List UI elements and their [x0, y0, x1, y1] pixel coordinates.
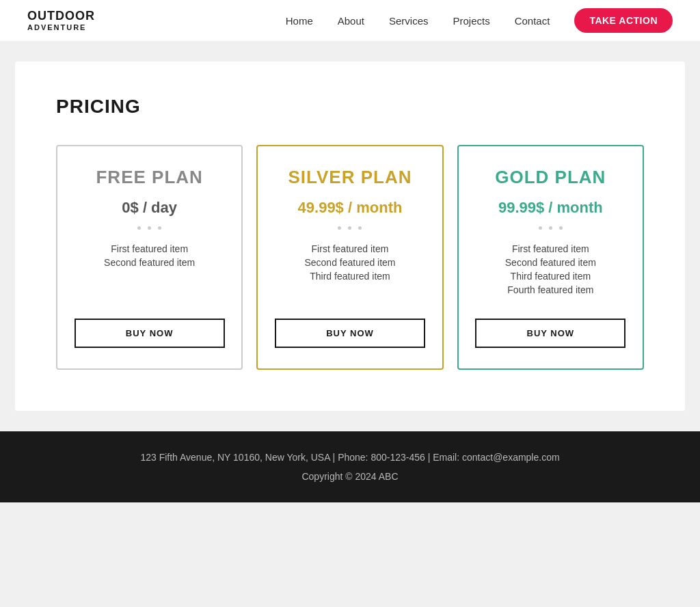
buy-now-button-silver[interactable]: BUY NOW: [275, 319, 425, 348]
plan-dots-free: [137, 226, 161, 230]
dot: [358, 226, 362, 230]
plan-dots-silver: [338, 226, 362, 230]
plan-features-free: First featured item Second featured item: [104, 243, 195, 298]
plan-price-free: 0$ / day: [122, 199, 177, 217]
nav-about[interactable]: About: [338, 15, 364, 27]
dot: [539, 226, 542, 230]
plan-card-silver: SILVER PLAN 49.99$ / month First feature…: [256, 145, 443, 370]
feature-item: Second featured item: [104, 257, 195, 268]
buy-now-button-free[interactable]: BUY NOW: [75, 319, 225, 348]
plan-features-gold: First featured item Second featured item…: [505, 243, 596, 298]
feature-item: First featured item: [505, 243, 596, 254]
dot: [559, 226, 563, 230]
nav-services[interactable]: Services: [389, 15, 429, 27]
dot: [148, 226, 151, 230]
logo-line2: ADVENTURE: [27, 23, 95, 31]
footer-address: 123 Fifth Avenue, NY 10160, New York, US…: [14, 452, 686, 463]
take-action-button[interactable]: TAKE ACTION: [574, 8, 673, 33]
dot: [348, 226, 351, 230]
feature-item: First featured item: [104, 243, 195, 254]
plan-name-free: FREE PLAN: [96, 167, 202, 188]
dot: [549, 226, 552, 230]
logo: OUTDOOR ADVENTURE: [27, 10, 95, 31]
plan-name-gold: GOLD PLAN: [495, 167, 606, 188]
pricing-title: PRICING: [56, 96, 644, 118]
plan-price-gold: 99.99$ / month: [498, 199, 603, 217]
plan-dots-gold: [539, 226, 563, 230]
plan-name-silver: SILVER PLAN: [288, 167, 412, 188]
buy-now-button-gold[interactable]: BUY NOW: [475, 319, 625, 348]
plan-card-gold: GOLD PLAN 99.99$ / month First featured …: [457, 145, 644, 370]
dot: [137, 226, 141, 230]
plan-features-silver: First featured item Second featured item…: [304, 243, 395, 298]
pricing-cards-grid: FREE PLAN 0$ / day First featured item S…: [56, 145, 644, 370]
feature-item: Third featured item: [304, 271, 395, 282]
logo-line1: OUTDOOR: [27, 10, 95, 23]
footer: 123 Fifth Avenue, NY 10160, New York, US…: [0, 431, 700, 502]
feature-item: Third featured item: [505, 271, 596, 282]
dot: [158, 226, 161, 230]
feature-item: First featured item: [304, 243, 395, 254]
plan-card-free: FREE PLAN 0$ / day First featured item S…: [56, 145, 243, 370]
dot: [338, 226, 341, 230]
feature-item: Fourth featured item: [505, 284, 596, 295]
header: OUTDOOR ADVENTURE Home About Services Pr…: [0, 0, 700, 41]
main-nav: Home About Services Projects Contact TAK…: [286, 8, 673, 33]
nav-home[interactable]: Home: [286, 15, 313, 27]
footer-copyright: Copyright © 2024 ABC: [14, 471, 686, 482]
feature-item: Second featured item: [304, 257, 395, 268]
main-wrapper: PRICING FREE PLAN 0$ / day First feature…: [0, 41, 700, 431]
pricing-container: PRICING FREE PLAN 0$ / day First feature…: [15, 62, 685, 411]
feature-item: Second featured item: [505, 257, 596, 268]
nav-projects[interactable]: Projects: [453, 15, 490, 27]
nav-contact[interactable]: Contact: [515, 15, 550, 27]
plan-price-silver: 49.99$ / month: [298, 199, 403, 217]
